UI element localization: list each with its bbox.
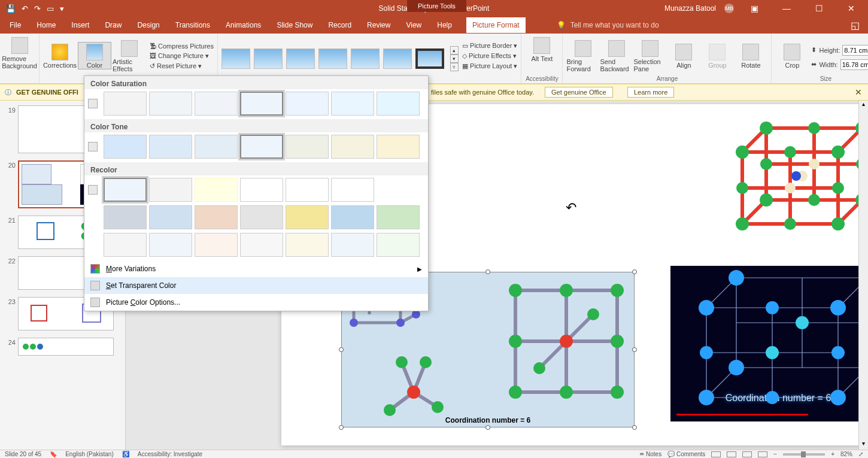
maximize-icon[interactable]: ☐ [807, 4, 831, 13]
accessibility-icon[interactable]: ♿ [122, 451, 129, 457]
recolor-swatch[interactable] [149, 233, 192, 257]
saturation-swatch[interactable] [286, 92, 329, 116]
recolor-swatch[interactable] [195, 178, 238, 202]
recolor-swatch[interactable] [149, 205, 192, 229]
picture-border-button[interactable]: ▭ Picture Border ▾ [462, 42, 517, 50]
comments-button[interactable]: 💬 Comments [667, 451, 705, 457]
tab-transitions[interactable]: Transitions [174, 19, 211, 32]
more-variations-item[interactable]: More Variations ▶ [84, 260, 428, 277]
resize-handle[interactable] [339, 347, 344, 352]
picture-style-thumb[interactable] [286, 48, 315, 69]
artistic-effects-button[interactable]: Artistic Effects [113, 39, 146, 72]
saturation-preset-icon[interactable] [88, 99, 98, 108]
height-input[interactable] [842, 45, 868, 56]
picture-color-options-item[interactable]: Picture Color Options... [84, 294, 428, 311]
resize-handle[interactable] [485, 269, 490, 274]
recolor-swatch[interactable] [377, 205, 420, 229]
corrections-button[interactable]: Corrections [43, 43, 77, 69]
alt-text-button[interactable]: Alt Text [525, 36, 559, 62]
recolor-swatch[interactable] [104, 178, 147, 202]
picture-effects-button[interactable]: ◇ Picture Effects ▾ [462, 52, 517, 60]
picture-style-thumb[interactable] [221, 48, 250, 69]
align-button[interactable]: Align [667, 43, 700, 69]
tab-home[interactable]: Home [35, 19, 57, 32]
slide-thumb-24[interactable] [18, 338, 114, 356]
tab-draw[interactable]: Draw [104, 19, 123, 32]
remove-background-button[interactable]: Remove Background [3, 36, 37, 69]
spellcheck-icon[interactable]: 🔖 [50, 451, 57, 457]
normal-view-icon[interactable] [711, 451, 721, 457]
tone-swatch[interactable] [195, 135, 238, 159]
tab-record[interactable]: Record [327, 19, 353, 32]
recolor-swatch[interactable] [286, 178, 329, 202]
crop-button[interactable]: Crop [775, 43, 809, 69]
fit-to-window-icon[interactable]: ⤢ [858, 451, 863, 457]
tab-view[interactable]: View [405, 19, 423, 32]
saturation-swatch[interactable] [240, 92, 283, 116]
reading-view-icon[interactable] [742, 451, 752, 457]
tone-swatch[interactable] [331, 135, 374, 159]
accessibility-label[interactable]: Accessibility: Investigate [138, 451, 202, 457]
notes-button[interactable]: ≐ Notes [639, 451, 661, 457]
recolor-preset-icon[interactable] [88, 185, 98, 195]
tone-swatch[interactable] [104, 135, 147, 159]
send-backward-button[interactable]: Send Backward [600, 39, 633, 72]
language-label[interactable]: English (Pakistan) [65, 451, 114, 457]
recolor-swatch[interactable] [195, 233, 238, 257]
recolor-swatch[interactable] [195, 205, 238, 229]
rotate-button[interactable]: Rotate [734, 43, 767, 69]
recolor-swatch[interactable] [377, 178, 420, 202]
recolor-swatch[interactable] [104, 233, 147, 257]
close-icon[interactable]: ✕ [839, 4, 863, 13]
tone-swatch[interactable] [286, 135, 329, 159]
picture-style-thumb[interactable] [351, 48, 380, 69]
picture-style-thumb[interactable] [415, 48, 444, 69]
saturation-swatch[interactable] [104, 92, 147, 116]
redo-icon[interactable]: ↷ [34, 4, 41, 13]
user-avatar[interactable]: MB [724, 4, 734, 13]
tone-swatch[interactable] [149, 135, 192, 159]
recolor-swatch[interactable] [331, 205, 374, 229]
scroll-down-icon[interactable]: ▾ [859, 440, 868, 450]
bring-forward-button[interactable]: Bring Forward [566, 39, 600, 72]
tone-swatch[interactable] [377, 135, 420, 159]
change-picture-button[interactable]: 🖼 Change Picture ▾ [150, 52, 214, 60]
width-input[interactable] [840, 59, 868, 70]
start-from-beginning-icon[interactable]: ▭ [47, 4, 54, 13]
tab-design[interactable]: Design [136, 19, 160, 32]
slideshow-view-icon[interactable] [758, 451, 767, 457]
resize-handle[interactable] [485, 425, 490, 430]
resize-handle[interactable] [632, 269, 637, 274]
recolor-swatch[interactable] [331, 178, 374, 202]
tab-review[interactable]: Review [366, 19, 391, 32]
collapse-ribbon-icon[interactable]: ◱ [851, 20, 868, 31]
sorter-view-icon[interactable] [727, 451, 736, 457]
tone-swatch[interactable] [240, 135, 283, 159]
zoom-slider[interactable] [783, 453, 825, 456]
zoom-out-icon[interactable]: − [773, 451, 777, 457]
tab-animations[interactable]: Animations [224, 19, 262, 32]
resize-handle[interactable] [632, 425, 637, 430]
color-button[interactable]: Color [78, 42, 111, 69]
recolor-swatch[interactable] [104, 205, 147, 229]
set-transparent-color-item[interactable]: Set Transparent Color [84, 277, 428, 294]
minimize-icon[interactable]: — [775, 4, 799, 13]
tab-help[interactable]: Help [436, 19, 453, 32]
resize-handle[interactable] [339, 425, 344, 430]
get-genuine-office-button[interactable]: Get genuine Office [545, 87, 613, 98]
tab-slideshow[interactable]: Slide Show [275, 19, 314, 32]
resize-handle[interactable] [632, 347, 637, 352]
gallery-more-icon[interactable]: ▿ [450, 63, 459, 71]
recolor-swatch[interactable] [240, 205, 283, 229]
message-close-icon[interactable]: ✕ [855, 87, 862, 97]
tab-file[interactable]: File [8, 19, 22, 32]
qat-more-icon[interactable]: ▾ [60, 4, 64, 13]
reset-picture-button[interactable]: ↺ Reset Picture ▾ [150, 62, 214, 70]
recolor-swatch[interactable] [240, 233, 283, 257]
picture-styles-gallery[interactable]: ▴ ▾ ▿ [221, 40, 459, 71]
undo-icon[interactable]: ↶ [22, 4, 28, 13]
zoom-value[interactable]: 82% [840, 451, 852, 457]
learn-more-button[interactable]: Learn more [627, 87, 674, 98]
picture-style-thumb[interactable] [383, 48, 412, 69]
ribbon-display-options-icon[interactable]: ▣ [742, 4, 766, 13]
